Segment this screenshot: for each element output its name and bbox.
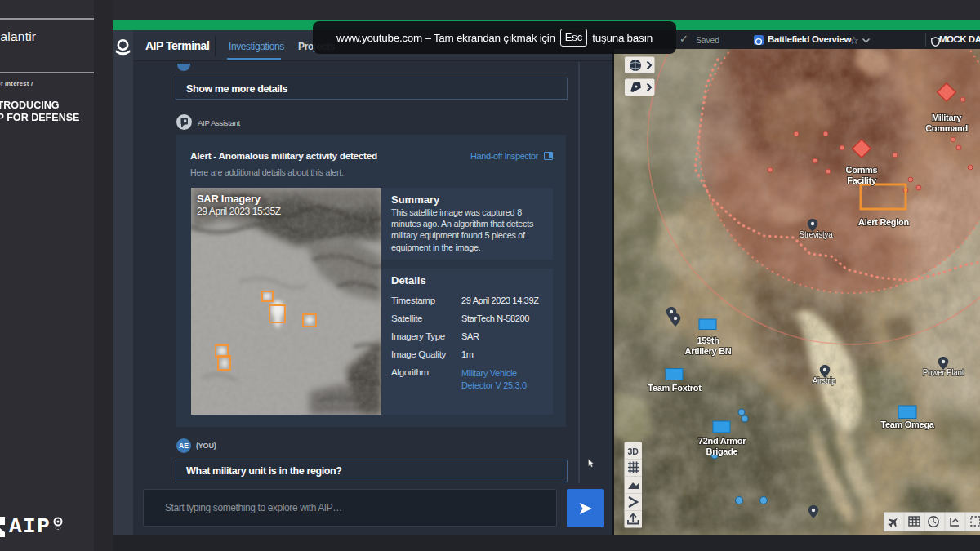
svg-text:Command: Command: [925, 123, 968, 133]
svg-text:Military: Military: [932, 113, 962, 122]
svg-text:159th: 159th: [697, 335, 719, 345]
svg-text:3D: 3D: [627, 447, 639, 456]
svg-text:Strevistya: Strevistya: [800, 230, 834, 239]
svg-text:Alert Region: Alert Region: [858, 217, 909, 227]
svg-text:Brigade: Brigade: [706, 447, 738, 456]
svg-text:Team Omega: Team Omega: [880, 420, 934, 429]
svg-text:Airstrip: Airstrip: [813, 376, 836, 385]
svg-text:Facility: Facility: [847, 176, 877, 185]
svg-text:Comms: Comms: [846, 165, 878, 175]
svg-text:72nd Armor: 72nd Armor: [698, 436, 746, 446]
svg-text:Artillery BN: Artillery BN: [685, 346, 732, 356]
svg-text:Power Plant: Power Plant: [923, 368, 964, 377]
svg-text:Team Foxtrot: Team Foxtrot: [648, 383, 702, 393]
